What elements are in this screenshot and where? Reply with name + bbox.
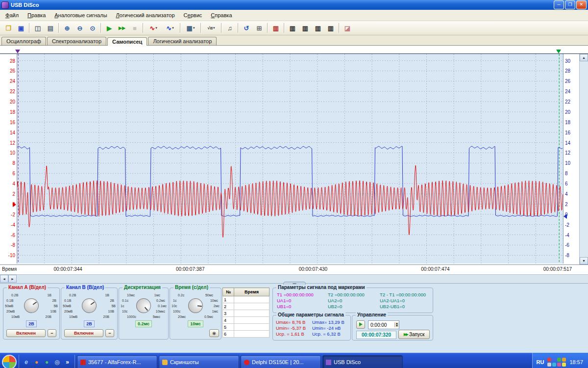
play-button[interactable] [356,320,365,329]
start-acquisition-icon[interactable]: ▶ [103,23,115,34]
marker-t1-handle[interactable] [15,50,20,53]
tray-icon-3[interactable] [557,358,561,362]
task-button-1[interactable]: 35677 - AlfaForex-R... [77,355,157,368]
tray-clock[interactable]: 18:57 [569,359,583,365]
refresh-icon[interactable]: ↺ [241,23,252,34]
zoom-out-icon[interactable]: ⊖ [74,23,86,34]
timebase-option-10с[interactable]: 10с [172,304,177,308]
menu-item-4[interactable]: Логический анализатор [112,11,179,20]
sampling-rate-option-0.1мс[interactable]: 0.1мс [158,304,167,308]
marker-table-row[interactable]: 1 [223,296,270,303]
marker-table-row[interactable]: 6 [223,331,270,338]
timebase-option-2мс[interactable]: 2мс [214,304,220,308]
open-icon[interactable]: ❒ [2,23,14,34]
channel-a-gain-option-20В[interactable]: 20В [46,315,51,318]
menu-item-1[interactable]: Файл [1,11,23,20]
title-bar[interactable]: USB DiSco ─ ❐ ✕ [0,0,588,10]
channel-b-gain-option-0.1В[interactable]: 0.1В [64,299,71,302]
marker-table-row[interactable]: 5 [223,324,270,331]
timebase-option-10мс[interactable]: 10мс [210,299,218,302]
connector-icon[interactable]: ▥ [270,23,282,34]
menu-item-2[interactable]: Правка [23,11,50,20]
print-preview-icon[interactable]: ◫ [32,23,44,34]
start-button-orb[interactable] [2,355,17,368]
start-button[interactable]: ▶▶ Запуск [398,330,430,339]
vertical-scrollbar[interactable]: ▲ ▼ [579,54,588,264]
sampling-rate-option-1000с[interactable]: 1000с [127,315,136,318]
dropdown-arrow-icon[interactable]: ▾ [155,26,157,30]
channel-b-gain-option-2В[interactable]: 2В [110,299,114,302]
erase-icon[interactable]: ◪ [342,23,353,34]
sampling-rate-option-5мкс[interactable]: 5мкс [153,315,160,318]
channel-b-wave-icon[interactable]: ∿▾ [162,23,178,34]
task-button-3[interactable]: Delphi DS150E | 20... [241,355,321,368]
channel-b-gain-option-1В[interactable]: 1В [105,293,109,297]
marker-t2-handle[interactable] [556,50,561,53]
channel-b-gain-option-50мВ[interactable]: 50мВ [63,304,71,308]
tab-2[interactable]: Спектроанализатор [47,37,106,45]
tray-icon-2[interactable] [552,358,556,362]
channel-a-gain-option-1В[interactable]: 1В [47,293,51,297]
task-button-2[interactable]: Скриншоты [159,355,239,368]
data-table-icon[interactable]: ▦▾ [183,23,198,34]
marker-table-row[interactable]: 3 [223,310,270,317]
print-icon[interactable]: ▤ [45,23,56,34]
timebase-knob[interactable] [188,298,204,314]
dropdown-arrow-icon[interactable]: ▾ [193,26,195,30]
more-chevron-icon[interactable]: » [63,358,72,367]
close-button[interactable]: ✕ [576,0,587,9]
record-counter[interactable]: 0:00:00 ▲▼ [368,320,399,329]
sampling-rate-option-1с[interactable]: 1с [121,304,124,308]
channel-b-gain-option-5В[interactable]: 5В [111,304,116,308]
tab-3[interactable]: Самописец [107,37,147,46]
timebase-option-0.5мс[interactable]: 0.5мс [204,315,213,318]
channel-b-offset-button[interactable]: − [105,329,114,337]
channel-a-gain-option-0.2В[interactable]: 0.2В [11,293,18,297]
channel-a-gain-option-10мВ[interactable]: 10мВ [11,315,20,318]
sampling-rate-option-0.2мс[interactable]: 0.2мс [156,299,165,302]
channel-a-offset-button[interactable]: − [48,329,56,337]
sampling-rate-knob[interactable] [133,295,154,316]
channel-b-gain-option-10В[interactable]: 10В [108,310,114,313]
tray-icon-6[interactable] [552,363,556,367]
channel-b-gain-option-20В[interactable]: 20В [103,315,109,318]
channel-a-gain-option-5В[interactable]: 5В [53,304,58,308]
tray-icon-8[interactable] [562,363,566,367]
minimize-button[interactable]: ─ [554,0,564,9]
dropdown-arrow-icon[interactable]: ▾ [172,26,174,30]
zoom-in-icon[interactable]: ⊕ [61,23,73,34]
zoom-window-icon[interactable]: ⊙ [87,23,98,34]
sampling-rate-option-10мкс[interactable]: 10мкс [156,310,165,313]
calculator-icon[interactable]: ⊞ [253,23,265,34]
channel-a-gain-knob[interactable] [21,295,42,316]
ie-icon[interactable]: e [22,358,30,367]
save-icon[interactable]: ▣ [15,23,27,34]
scroll-left-button[interactable]: ◄ [0,275,8,283]
timebase-option-1с[interactable]: 1с [173,299,176,302]
snapshot-button[interactable]: ◉ [209,329,219,337]
run-continuous-icon[interactable]: ▶▶ [116,23,128,34]
dropdown-arrow-icon[interactable]: ▾ [213,26,215,30]
sound-icon[interactable]: ♫ [224,23,236,34]
chip-1-icon[interactable]: ▥ [287,23,298,34]
channel-a-gain-option-20мВ[interactable]: 20мВ [6,310,15,313]
tray-icon-1[interactable] [547,358,551,362]
timebase-option-20мс[interactable]: 20мс [178,315,186,318]
chip-4-icon[interactable]: ▥ [325,23,337,34]
channel-a-gain-option-50мВ[interactable]: 50мВ [5,304,13,308]
scroll-up-button[interactable]: ▲ [580,54,588,61]
chip-3-icon[interactable]: ▥ [312,23,324,34]
tab-1[interactable]: Осциллограф [1,37,46,45]
timebase-option-0.2с[interactable]: 0.2с [178,293,184,297]
marker-table-row[interactable]: 2 [223,303,270,310]
marker-list-table[interactable]: №Время 123456 [222,288,270,338]
sampling-rate-option-1мс[interactable]: 1мс [154,293,160,297]
formula-icon[interactable]: √α▾ [203,23,219,34]
channel-a-gain-option-2В[interactable]: 2В [52,299,56,302]
task-button-4[interactable]: USB DiSco [322,355,403,368]
browser-icon[interactable]: ● [32,358,41,367]
sampling-rate-option-10с[interactable]: 10с [122,310,127,313]
channel-a-power-button[interactable]: Включен [6,329,46,337]
menu-item-6[interactable]: Справка [206,11,236,20]
search-icon[interactable]: ◎ [53,358,61,367]
